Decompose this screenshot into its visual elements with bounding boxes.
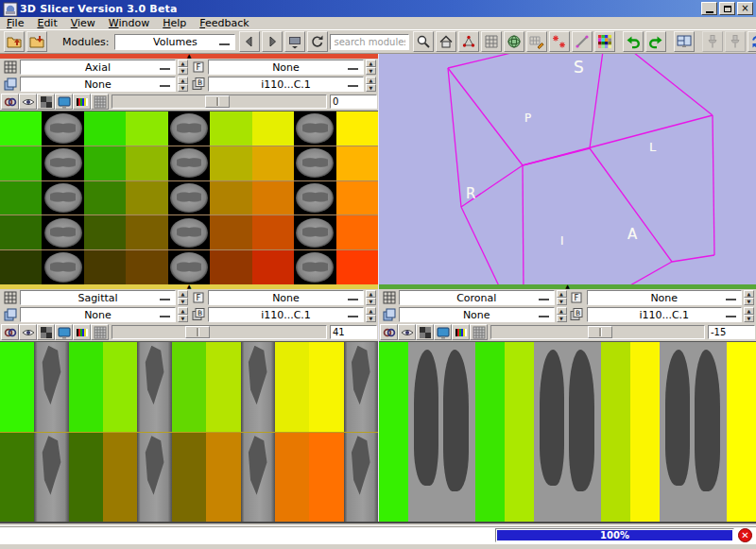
redo-button[interactable]: [645, 31, 666, 52]
coronal-labelmap-dropdown[interactable]: None: [399, 307, 555, 322]
coronal-background-dropdown[interactable]: i110...C.1: [587, 307, 743, 322]
colorbar-button[interactable]: [73, 94, 91, 110]
menu-item-help[interactable]: Help: [157, 17, 194, 29]
link-toggle-button[interactable]: [1, 94, 19, 110]
screen-mode-button[interactable]: [55, 324, 73, 340]
sash-handle-icon[interactable]: ▲: [187, 52, 192, 59]
close-button[interactable]: ×: [737, 2, 753, 15]
coronal-foreground-spinner[interactable]: ▲▼: [744, 290, 754, 305]
axial-slice-slider[interactable]: [112, 94, 327, 109]
colorbar-button[interactable]: [452, 324, 470, 340]
visibility-toggle-button[interactable]: [19, 94, 37, 110]
sash-handle-icon[interactable]: ▲: [187, 283, 192, 289]
coronal-orientation-dropdown[interactable]: Coronal: [399, 290, 555, 305]
sagittal-foreground-spinner[interactable]: ▲▼: [366, 290, 376, 305]
axial-labelmap-spinner[interactable]: ▲▼: [178, 77, 188, 92]
coronal-lightbox[interactable]: [379, 341, 756, 522]
axial-highlight-bar[interactable]: ▲: [0, 54, 378, 59]
sagittal-foreground-dropdown[interactable]: None: [208, 290, 364, 305]
sagittal-highlight-bar[interactable]: ▲: [0, 284, 378, 289]
load-scene-button[interactable]: [4, 31, 25, 52]
axial-labelmap-dropdown[interactable]: None: [20, 77, 176, 92]
background-layer-icon: B: [190, 77, 206, 92]
visibility-toggle-button[interactable]: [19, 324, 37, 340]
fit-window-button[interactable]: [416, 324, 434, 340]
menu-item-edit[interactable]: Edit: [31, 17, 64, 29]
coronal-labelmap-spinner[interactable]: ▲▼: [557, 307, 567, 322]
fit-window-button[interactable]: [37, 324, 55, 340]
restore-button[interactable]: [719, 2, 735, 15]
axial-background-dropdown[interactable]: i110...C.1: [208, 77, 364, 92]
screen-mode-button[interactable]: [434, 324, 452, 340]
layout-button[interactable]: [674, 31, 695, 52]
module-next-button[interactable]: [262, 31, 283, 52]
screenshot-button[interactable]: [702, 31, 723, 52]
minimize-button[interactable]: [701, 2, 717, 15]
colorbar-button[interactable]: [73, 324, 91, 340]
link-toggle-button[interactable]: [1, 324, 19, 340]
screen-capture-button[interactable]: [725, 31, 746, 52]
refresh-views-button[interactable]: [747, 31, 756, 52]
sagittal-slice-offset-field[interactable]: [330, 325, 377, 339]
sagittal-slice-slider[interactable]: [112, 325, 327, 339]
menu-item-view[interactable]: View: [65, 17, 103, 29]
error-log-button[interactable]: ✕: [738, 528, 752, 542]
sagittal-orientation-spinner[interactable]: ▲▼: [178, 290, 188, 305]
sagittal-lightbox[interactable]: [0, 341, 378, 522]
sagittal-background-dropdown[interactable]: i110...C.1: [208, 307, 364, 322]
visibility-toggle-button[interactable]: [398, 324, 416, 340]
axial-foreground-dropdown[interactable]: None: [208, 60, 364, 75]
sagittal-labelmap-dropdown[interactable]: None: [20, 307, 176, 322]
measure-button[interactable]: [572, 31, 593, 52]
axial-lightbox[interactable]: [0, 111, 378, 284]
volumes-button[interactable]: [481, 31, 502, 52]
editor-button[interactable]: [526, 31, 547, 52]
lightbox-layout-button[interactable]: [91, 94, 109, 110]
axial-orientation-dropdown[interactable]: Axial: [20, 60, 176, 75]
colors-button[interactable]: [594, 31, 615, 52]
undo-button[interactable]: [623, 31, 644, 52]
transforms-button[interactable]: [458, 31, 479, 52]
axial-background-spinner[interactable]: ▲▼: [366, 77, 376, 92]
background-layer-icon: B: [569, 307, 585, 322]
sagittal-orientation-dropdown[interactable]: Sagittal: [20, 290, 176, 305]
coronal-slice-offset-field[interactable]: [708, 325, 755, 339]
coronal-highlight-bar[interactable]: ▲: [379, 284, 756, 289]
module-reload-button[interactable]: [307, 31, 328, 52]
lightbox-layout-button[interactable]: [470, 324, 488, 340]
axial-orientation-spinner[interactable]: ▲▼: [178, 60, 188, 75]
axial-slice-offset-field[interactable]: [330, 94, 377, 109]
lightbox-color-cell: [630, 342, 660, 522]
slider-handle[interactable]: [588, 326, 612, 338]
menu-item-file[interactable]: File: [1, 17, 31, 29]
coronal-background-spinner[interactable]: ▲▼: [744, 307, 754, 322]
module-search-input[interactable]: [330, 34, 409, 50]
dropdown-indicator-icon: [726, 299, 736, 300]
slider-handle[interactable]: [205, 95, 230, 108]
menu-item-feedback[interactable]: Feedback: [194, 17, 256, 29]
dropdown-indicator-icon: [219, 43, 230, 45]
models-button[interactable]: [504, 31, 524, 52]
view-3d[interactable]: SPLRAI: [378, 54, 756, 284]
menu-item-window[interactable]: Window: [103, 17, 157, 29]
import-scene-button[interactable]: [26, 31, 47, 52]
fiducial-markers-button[interactable]: [549, 31, 570, 52]
link-toggle-button[interactable]: [380, 324, 398, 340]
title-bar[interactable]: 3D Slicer Version 3.0 Beta ×: [0, 0, 756, 17]
lightbox-layout-button[interactable]: [91, 324, 109, 340]
module-history-button[interactable]: [284, 31, 305, 52]
axial-foreground-spinner[interactable]: ▲▼: [366, 60, 376, 75]
coronal-foreground-dropdown[interactable]: None: [587, 290, 743, 305]
zoom-button[interactable]: [413, 31, 434, 52]
sagittal-background-spinner[interactable]: ▲▼: [366, 307, 376, 322]
screen-mode-button[interactable]: [55, 94, 73, 110]
coronal-orientation-spinner[interactable]: ▲▼: [557, 290, 567, 305]
fit-window-button[interactable]: [37, 94, 55, 110]
module-prev-button[interactable]: [239, 31, 260, 52]
sagittal-labelmap-spinner[interactable]: ▲▼: [178, 307, 188, 322]
coronal-slice-slider[interactable]: [490, 325, 705, 339]
sash-handle-icon[interactable]: ▲: [565, 283, 570, 289]
modules-dropdown[interactable]: Volumes: [114, 34, 235, 50]
slider-handle[interactable]: [185, 326, 210, 338]
home-button[interactable]: [436, 31, 456, 52]
